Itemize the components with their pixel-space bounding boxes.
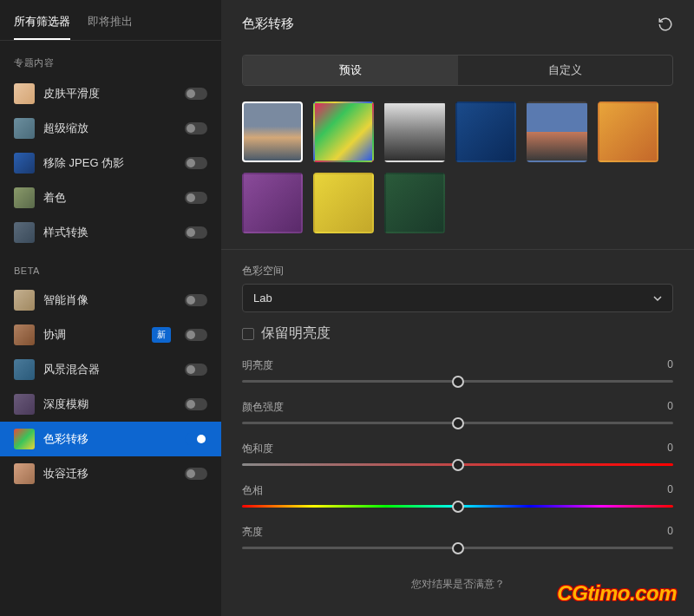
colorspace-select[interactable]: Lab [242,284,673,312]
filter-toggle[interactable] [185,433,207,445]
preset-thumb-7[interactable] [313,173,374,233]
controls-section: 色彩空间 Lab 保留明亮度 明亮度0颜色强度0饱和度0色相0亮度0 您对结果是… [221,250,694,609]
feedback-prompt: 您对结果是否满意？ [242,567,673,595]
slider-row-2: 饱和度0 [242,442,673,466]
slider-track[interactable] [242,505,673,508]
preset-thumb-2[interactable] [384,102,445,162]
filter-item-beta-2[interactable]: 风景混合器 [0,352,221,387]
filter-thumb-icon [14,394,35,415]
preset-thumb-0[interactable] [242,102,303,162]
filter-name-label: 超级缩放 [43,121,176,136]
filter-toggle[interactable] [185,294,207,306]
filter-item-beta-4[interactable]: 色彩转移 [0,422,221,456]
slider-track[interactable] [242,547,673,549]
filter-thumb-icon [14,222,35,243]
filter-item-featured-2[interactable]: 移除 JPEG 伪影 [0,146,221,180]
filter-toggle[interactable] [185,88,207,100]
filter-name-label: 深度模糊 [43,396,176,412]
filter-item-featured-4[interactable]: 样式转换 [0,215,221,250]
filter-name-label: 样式转换 [43,225,176,240]
filter-name-label: 皮肤平滑度 [43,86,176,102]
filter-thumb-icon [14,153,35,174]
filter-item-featured-3[interactable]: 着色 [0,180,221,215]
filter-toggle[interactable] [185,364,207,376]
filter-thumb-icon [14,429,35,449]
filter-toggle[interactable] [185,329,207,341]
slider-label: 色相 [242,483,263,498]
colorspace-label: 色彩空间 [242,264,673,279]
slider-row-3: 色相0 [242,483,673,508]
preset-thumb-5[interactable] [598,102,658,162]
preserve-luma-checkbox[interactable]: 保留明亮度 [242,324,673,343]
filter-item-beta-3[interactable]: 深度模糊 [0,387,221,422]
section-featured-label: 专题内容 [0,41,221,76]
filter-item-featured-0[interactable]: 皮肤平滑度 [0,76,221,111]
seg-custom[interactable]: 自定义 [458,56,673,85]
tab-upcoming[interactable]: 即将推出 [88,14,133,40]
slider-value: 0 [667,400,673,415]
filter-name-label: 智能肖像 [43,292,176,308]
filter-name-label: 风景混合器 [43,362,176,377]
filter-name-label: 移除 JPEG 伪影 [43,155,176,171]
main-panel: 色彩转移 预设 自定义 色彩空间 Lab 保留明亮度 明亮度0颜色强度0饱和度0… [221,0,694,616]
slider-row-4: 亮度0 [242,525,673,549]
filter-thumb-icon [14,463,35,484]
slider-label: 饱和度 [242,442,273,456]
filter-toggle[interactable] [185,122,207,134]
filter-thumb-icon [14,359,35,380]
segmented-control: 预设 自定义 [242,55,673,86]
slider-value: 0 [667,525,673,540]
slider-thumb[interactable] [452,417,464,429]
filter-item-beta-1[interactable]: 协调新 [0,318,221,352]
tab-all-filters[interactable]: 所有筛选器 [14,14,70,40]
filter-toggle[interactable] [185,192,207,204]
checkbox-icon [242,328,254,340]
filter-thumb-icon [14,187,35,208]
preset-thumb-3[interactable] [455,102,516,162]
preset-thumb-6[interactable] [242,173,303,233]
filter-toggle[interactable] [185,157,207,169]
presets-grid [221,102,694,249]
filter-name-label: 着色 [43,190,176,206]
slider-track[interactable] [242,463,673,466]
filter-toggle[interactable] [185,398,207,410]
slider-value: 0 [667,483,673,498]
filter-name-label: 色彩转移 [43,431,176,447]
slider-track[interactable] [242,422,673,424]
preset-thumb-1[interactable] [313,102,374,162]
slider-value: 0 [667,442,673,456]
filter-item-featured-1[interactable]: 超级缩放 [0,111,221,146]
slider-thumb[interactable] [452,376,464,388]
filter-thumb-icon [14,290,35,311]
slider-thumb[interactable] [452,542,464,554]
filter-item-beta-0[interactable]: 智能肖像 [0,283,221,318]
filter-item-beta-5[interactable]: 妆容迁移 [0,456,221,491]
slider-value: 0 [667,358,673,373]
filter-toggle[interactable] [185,468,207,480]
seg-presets[interactable]: 预设 [243,56,458,85]
slider-label: 明亮度 [242,358,273,373]
filter-toggle[interactable] [185,226,207,239]
slider-row-1: 颜色强度0 [242,400,673,424]
preserve-luma-label: 保留明亮度 [261,324,331,343]
slider-thumb[interactable] [452,459,464,471]
filter-name-label: 妆容迁移 [43,466,176,482]
colorspace-value: Lab [253,292,272,305]
preset-thumb-4[interactable] [527,102,587,162]
slider-label: 亮度 [242,525,263,540]
sidebar-tabs: 所有筛选器 即将推出 [0,0,221,41]
chevron-down-icon [653,294,662,303]
main-header: 色彩转移 [221,0,694,48]
slider-label: 颜色强度 [242,400,284,415]
reset-icon[interactable] [658,16,673,32]
slider-track[interactable] [242,380,673,383]
slider-thumb[interactable] [452,501,464,513]
new-badge: 新 [152,327,171,343]
filter-thumb-icon [14,324,35,345]
preset-thumb-8[interactable] [384,173,445,233]
filter-thumb-icon [14,118,35,139]
filter-name-label: 协调 [43,327,143,343]
page-title: 色彩转移 [242,16,658,32]
slider-row-0: 明亮度0 [242,358,673,383]
sidebar: 所有筛选器 即将推出 专题内容 皮肤平滑度超级缩放移除 JPEG 伪影着色样式转… [0,0,221,616]
